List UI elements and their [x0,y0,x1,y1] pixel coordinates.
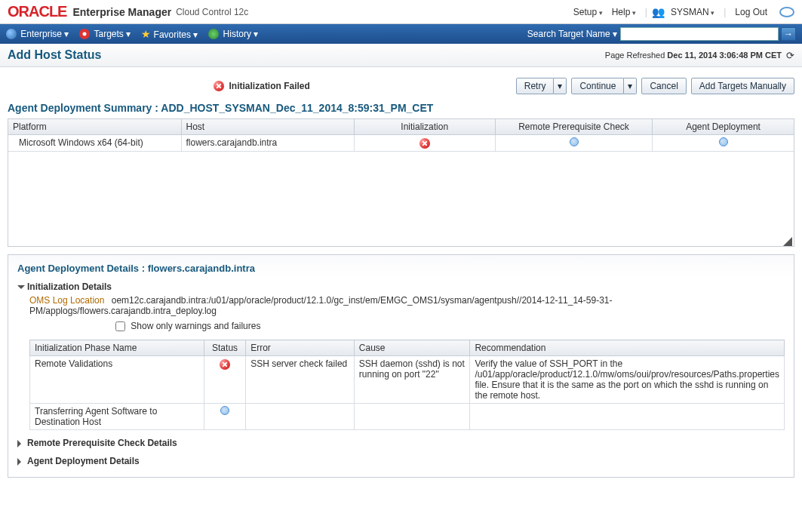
product-name: Enterprise Manager [72,6,171,18]
pending-icon [220,406,229,415]
init-details-toggle[interactable]: Initialization Details [17,281,785,292]
cell-cause: SSH daemon (sshd) is not running on port… [354,356,470,404]
cell-error [246,404,355,430]
continue-button[interactable]: Continue [571,78,624,94]
details-title: Agent Deployment Details : flowers.caraj… [17,263,785,274]
pending-icon [570,137,579,146]
col-platform[interactable]: Platform [8,119,181,135]
cell-phase: Transferring Agent Software to Destinati… [30,404,204,430]
col-host[interactable]: Host [181,119,354,135]
setup-menu[interactable]: Setup [573,7,603,17]
cell-recommendation: Verify the value of SSH_PORT in the /u01… [470,356,785,404]
nav-enterprise[interactable]: Enterprise ▾ [6,29,69,40]
col-recommendation[interactable]: Recommendation [470,340,785,356]
details-pane: Agent Deployment Details : flowers.caraj… [8,254,794,478]
retry-dropdown[interactable]: ▾ [554,78,567,94]
cancel-button[interactable]: Cancel [641,78,686,94]
col-agent-deploy[interactable]: Agent Deployment [653,119,794,135]
refresh-button[interactable]: ⟳ [786,50,794,61]
cell-phase: Remote Validations [30,356,204,404]
logout-link[interactable]: Log Out [735,7,767,17]
col-status[interactable]: Status [204,340,245,356]
col-phase[interactable]: Initialization Phase Name [30,340,204,356]
star-icon: ★ [141,28,151,40]
retry-button[interactable]: Retry [516,78,555,94]
user-icon: 👥 [652,6,665,18]
help-menu[interactable]: Help [612,7,636,17]
remote-details-toggle[interactable]: Remote Prerequisite Check Details [17,438,785,448]
col-error[interactable]: Error [246,340,355,356]
search-label: Search Target Name ▾ [527,29,617,39]
error-icon [220,359,230,370]
global-header: ORACLE Enterprise Manager Cloud Control … [0,0,802,24]
error-icon [419,138,430,149]
pending-icon [719,137,728,146]
init-phase-row: Remote ValidationsSSH server check faile… [30,356,785,404]
oracle-logo: ORACLE [8,3,66,20]
cell-deploy-status [653,135,794,152]
page-title-bar: Add Host Status Page Refreshed Dec 11, 2… [0,44,802,67]
search-input[interactable] [620,27,779,41]
nav-favorites[interactable]: ★ Favorites ▾ [141,29,198,40]
primary-navbar: Enterprise ▾ Targets ▾ ★ Favorites ▾ His… [0,24,802,44]
summary-grid: Platform Host Initialization Remote Prer… [8,118,794,247]
continue-dropdown[interactable]: ▾ [624,78,637,94]
brand-oval-icon [779,7,794,17]
history-icon [208,29,219,39]
summary-title: Agent Deployment Summary : ADD_HOST_SYSM… [8,102,794,114]
init-phase-row: Transferring Agent Software to Destinati… [30,404,785,430]
cell-cause [354,404,470,430]
oms-log-label: OMS Log Location [29,295,104,306]
page-title: Add Host Status [8,48,101,62]
nav-targets[interactable]: Targets ▾ [79,29,131,40]
user-menu[interactable]: SYSMAN [671,7,714,17]
product-sub: Cloud Control 12c [176,7,248,17]
cell-status [204,356,245,404]
show-warnings-label: Show only warnings and failures [131,321,260,331]
deploy-details-toggle[interactable]: Agent Deployment Details [17,456,785,466]
oms-log-path: oem12c.carajandb.intra:/u01/app/oracle/p… [29,295,612,316]
cell-init-status [354,135,495,152]
col-cause[interactable]: Cause [354,340,470,356]
target-icon [79,29,90,39]
globe-icon [6,29,17,39]
cell-status [204,404,245,430]
cell-host: flowers.carajandb.intra [181,135,354,152]
refresh-time: Page Refreshed Dec 11, 2014 3:06:48 PM C… [605,51,782,60]
resize-handle[interactable] [783,237,792,246]
cell-platform: Microsoft Windows x64 (64-bit) [8,135,181,152]
search-go-button[interactable]: → [781,27,796,41]
col-remote-check[interactable]: Remote Prerequisite Check [495,119,652,135]
add-targets-manually-button[interactable]: Add Targets Manually [691,78,794,94]
show-warnings-checkbox[interactable] [115,321,125,331]
cell-error: SSH server check failed [246,356,355,404]
error-icon [214,81,224,91]
nav-history[interactable]: History ▾ [208,29,258,40]
status-banner: Initialization Failed [8,81,516,92]
summary-row[interactable]: Microsoft Windows x64 (64-bit) flowers.c… [8,135,794,152]
col-initialization[interactable]: Initialization [354,119,495,135]
cell-remote-status [495,135,652,152]
cell-recommendation [470,404,785,430]
